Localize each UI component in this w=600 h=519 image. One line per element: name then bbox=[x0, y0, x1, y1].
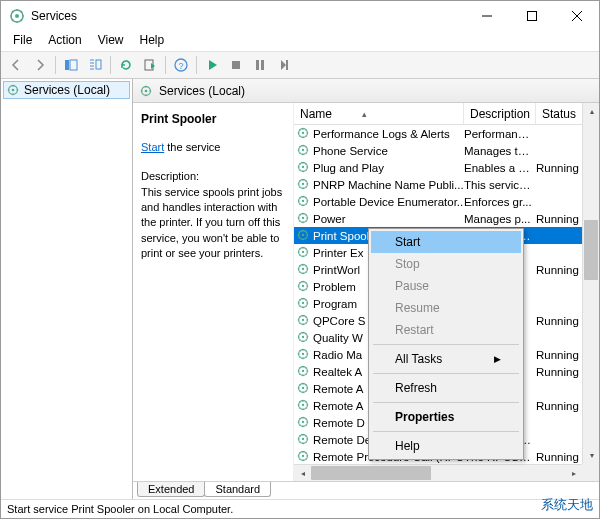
service-status: Running bbox=[536, 162, 586, 174]
service-status: Running bbox=[536, 315, 586, 327]
refresh-button[interactable] bbox=[115, 54, 137, 76]
ctx-separator bbox=[373, 344, 519, 345]
svg-point-44 bbox=[302, 352, 304, 354]
column-header-status[interactable]: Status bbox=[536, 103, 586, 124]
scroll-up-button[interactable]: ▴ bbox=[583, 103, 599, 120]
service-status: Running bbox=[536, 349, 586, 361]
toolbar-separator bbox=[55, 56, 56, 74]
menu-help[interactable]: Help bbox=[132, 31, 173, 51]
service-description: Performanc... bbox=[464, 128, 536, 140]
svg-point-26 bbox=[302, 199, 304, 201]
start-service-button[interactable] bbox=[201, 54, 223, 76]
toolbar-separator bbox=[165, 56, 166, 74]
column-header-name[interactable]: Name▴ bbox=[294, 103, 464, 124]
ctx-pause: Pause bbox=[371, 275, 521, 297]
services-icon bbox=[9, 8, 25, 24]
forward-button[interactable] bbox=[29, 54, 51, 76]
svg-point-22 bbox=[302, 165, 304, 167]
help-button[interactable]: ? bbox=[170, 54, 192, 76]
description-label: Description: bbox=[141, 169, 287, 184]
stop-service-button[interactable] bbox=[225, 54, 247, 76]
gear-icon bbox=[296, 245, 310, 261]
service-row[interactable]: Portable Device Enumerator...Enforces gr… bbox=[294, 193, 599, 210]
pause-service-button[interactable] bbox=[249, 54, 271, 76]
svg-rect-4 bbox=[70, 60, 77, 70]
tab-extended[interactable]: Extended bbox=[137, 482, 205, 497]
scroll-thumb[interactable] bbox=[311, 466, 431, 480]
ctx-properties[interactable]: Properties bbox=[371, 406, 521, 428]
export-button[interactable] bbox=[139, 54, 161, 76]
service-row[interactable]: PNRP Machine Name Publi...This service .… bbox=[294, 176, 599, 193]
ctx-help[interactable]: Help bbox=[371, 435, 521, 457]
gear-icon bbox=[296, 177, 310, 193]
gear-icon bbox=[296, 398, 310, 414]
service-description: Enables a c... bbox=[464, 162, 536, 174]
service-row[interactable]: PowerManages p...Running bbox=[294, 210, 599, 227]
vertical-scrollbar[interactable]: ▴ ▾ bbox=[582, 103, 599, 464]
start-service-link[interactable]: Start bbox=[141, 141, 164, 153]
restart-service-button[interactable] bbox=[273, 54, 295, 76]
service-name: Printer Ex bbox=[313, 247, 364, 259]
tab-standard[interactable]: Standard bbox=[204, 482, 271, 497]
menu-view[interactable]: View bbox=[90, 31, 132, 51]
ctx-stop: Stop bbox=[371, 253, 521, 275]
statusbar-text: Start service Print Spooler on Local Com… bbox=[7, 503, 233, 515]
gear-icon bbox=[296, 228, 310, 244]
console-tree-pane: Services (Local) bbox=[1, 79, 133, 501]
tree-item-services-local[interactable]: Services (Local) bbox=[3, 81, 130, 99]
svg-point-38 bbox=[302, 301, 304, 303]
scroll-down-button[interactable]: ▾ bbox=[583, 447, 599, 464]
ctx-start[interactable]: Start bbox=[371, 231, 521, 253]
horizontal-scrollbar[interactable]: ◂ ▸ bbox=[294, 464, 582, 481]
svg-rect-11 bbox=[261, 60, 264, 70]
service-status: Running bbox=[536, 400, 586, 412]
scroll-left-button[interactable]: ◂ bbox=[294, 465, 311, 481]
menu-file[interactable]: File bbox=[5, 31, 40, 51]
svg-point-40 bbox=[302, 318, 304, 320]
svg-rect-2 bbox=[527, 12, 536, 21]
service-status: Running bbox=[536, 451, 586, 463]
svg-point-56 bbox=[302, 454, 304, 456]
service-row[interactable]: Performance Logs & AlertsPerformanc... bbox=[294, 125, 599, 142]
gear-icon bbox=[296, 381, 310, 397]
toolbar-separator bbox=[196, 56, 197, 74]
service-status: Running bbox=[536, 366, 586, 378]
service-status: Running bbox=[536, 264, 586, 276]
gear-icon bbox=[296, 330, 310, 346]
svg-point-18 bbox=[302, 131, 304, 133]
window-title: Services bbox=[31, 9, 464, 23]
show-hide-tree-button[interactable] bbox=[60, 54, 82, 76]
menu-action[interactable]: Action bbox=[40, 31, 89, 51]
ctx-all-tasks[interactable]: All Tasks▶ bbox=[371, 348, 521, 370]
ctx-separator bbox=[373, 402, 519, 403]
scroll-thumb[interactable] bbox=[584, 220, 598, 280]
service-row[interactable]: Phone ServiceManages th... bbox=[294, 142, 599, 159]
service-row[interactable]: Plug and PlayEnables a c...Running bbox=[294, 159, 599, 176]
svg-point-30 bbox=[302, 233, 304, 235]
selected-service-name: Print Spooler bbox=[141, 111, 287, 128]
gear-icon bbox=[296, 364, 310, 380]
service-name: Power bbox=[313, 213, 346, 225]
titlebar: Services bbox=[1, 1, 599, 31]
service-description: Manages p... bbox=[464, 213, 536, 225]
minimize-button[interactable] bbox=[464, 1, 509, 31]
maximize-button[interactable] bbox=[509, 1, 554, 31]
service-name: PNRP Machine Name Publi... bbox=[313, 179, 464, 191]
statusbar: Start service Print Spooler on Local Com… bbox=[1, 499, 599, 518]
back-button[interactable] bbox=[5, 54, 27, 76]
service-name: Portable Device Enumerator... bbox=[313, 196, 464, 208]
service-status: Running bbox=[536, 213, 586, 225]
ctx-separator bbox=[373, 373, 519, 374]
gear-icon bbox=[296, 296, 310, 312]
svg-point-32 bbox=[302, 250, 304, 252]
column-header-description[interactable]: Description bbox=[464, 103, 536, 124]
service-name: Plug and Play bbox=[313, 162, 384, 174]
ctx-refresh[interactable]: Refresh bbox=[371, 377, 521, 399]
service-name: Remote D bbox=[313, 417, 365, 429]
gear-icon bbox=[296, 126, 310, 142]
close-button[interactable] bbox=[554, 1, 599, 31]
svg-text:?: ? bbox=[178, 61, 183, 71]
tree-lines-button[interactable] bbox=[84, 54, 106, 76]
gear-icon bbox=[296, 347, 310, 363]
scroll-right-button[interactable]: ▸ bbox=[565, 465, 582, 481]
